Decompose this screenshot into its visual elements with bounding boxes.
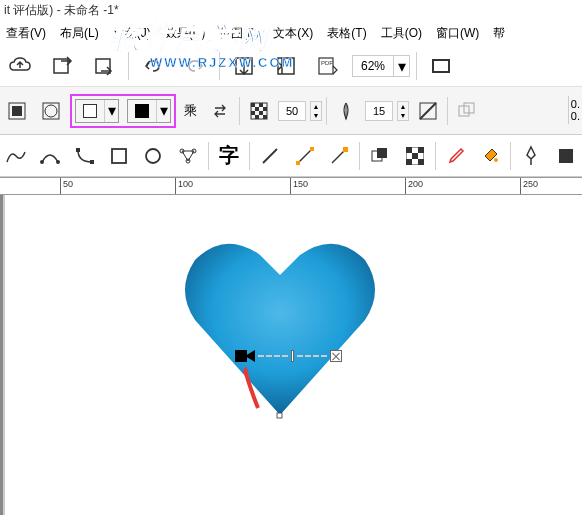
annotation-arrow-icon xyxy=(238,363,268,413)
gradient-control[interactable] xyxy=(235,350,342,362)
svg-point-11 xyxy=(45,105,57,117)
opacity-spinner[interactable]: ▲▼ xyxy=(310,101,322,121)
svg-rect-36 xyxy=(296,161,300,165)
edge-icon[interactable] xyxy=(413,96,443,126)
menu-text[interactable]: 文本(X) xyxy=(267,23,319,44)
feather-spinner[interactable]: ▲▼ xyxy=(397,101,409,121)
fullscreen-icon[interactable] xyxy=(423,50,459,82)
svg-rect-27 xyxy=(76,148,80,152)
blend-mode-select[interactable]: 乘 xyxy=(180,100,201,122)
heart-shape[interactable] xyxy=(180,235,380,425)
text-tool-icon[interactable]: 字 xyxy=(215,141,243,171)
spinner-down-icon[interactable]: ▼ xyxy=(311,111,321,120)
eyedropper-icon[interactable] xyxy=(442,141,470,171)
bezier-icon[interactable] xyxy=(36,141,64,171)
fill-swatch-icon[interactable] xyxy=(552,141,580,171)
spinner-down-icon[interactable]: ▼ xyxy=(398,111,408,120)
undo-icon[interactable] xyxy=(135,50,171,82)
menu-layout[interactable]: 布局(L) xyxy=(54,23,105,44)
canvas-area[interactable] xyxy=(0,195,582,515)
percent-readout: 0. 0. xyxy=(568,96,582,124)
svg-rect-13 xyxy=(251,103,255,107)
menu-effect[interactable]: 效果(C) xyxy=(159,23,212,44)
fill-color-dropdown-icon[interactable]: ▾ xyxy=(104,100,118,122)
import-icon[interactable] xyxy=(44,50,80,82)
gradient-track[interactable] xyxy=(297,355,327,357)
svg-text:PDF: PDF xyxy=(321,60,333,66)
svg-point-48 xyxy=(494,158,498,162)
redo-icon[interactable] xyxy=(177,50,213,82)
gradient-end-handle[interactable] xyxy=(330,350,342,362)
copy-props-icon[interactable] xyxy=(452,96,482,126)
zoom-dropdown-icon[interactable]: ▾ xyxy=(393,56,409,76)
divider xyxy=(249,142,250,170)
svg-rect-18 xyxy=(259,111,263,115)
divider xyxy=(416,52,417,80)
menu-bar: 查看(V) 布局(L) 对象(J) 效果(C) 位图(B) 文本(X) 表格(T… xyxy=(0,21,582,46)
zoom-value[interactable]: 62% xyxy=(353,59,393,73)
outline-color-picker[interactable]: ▾ xyxy=(127,99,171,123)
shape-node-icon[interactable] xyxy=(71,141,99,171)
pdf-export-icon[interactable]: PDF xyxy=(310,50,346,82)
gradient-track[interactable] xyxy=(258,355,288,357)
menu-help[interactable]: 帮 xyxy=(487,23,511,44)
ruler-mark: 150 xyxy=(293,179,308,189)
opacity-input[interactable] xyxy=(278,101,306,121)
paint-bucket-icon[interactable] xyxy=(476,141,504,171)
divider xyxy=(219,52,220,80)
svg-rect-29 xyxy=(112,149,126,163)
svg-rect-16 xyxy=(263,107,267,111)
divider xyxy=(435,142,436,170)
line-tool-icon[interactable] xyxy=(256,141,284,171)
snap-icon[interactable] xyxy=(226,50,262,82)
transparency-icon[interactable] xyxy=(244,96,274,126)
zoom-level[interactable]: 62% ▾ xyxy=(352,55,410,77)
ruler-mark: 200 xyxy=(408,179,423,189)
fill-type-icon[interactable] xyxy=(2,96,32,126)
page-shadow xyxy=(3,195,5,515)
swap-icon[interactable] xyxy=(205,96,235,126)
menu-view[interactable]: 查看(V) xyxy=(0,23,52,44)
spinner-up-icon[interactable]: ▲ xyxy=(311,102,321,111)
connector-icon[interactable] xyxy=(291,141,319,171)
outline-color-dropdown-icon[interactable]: ▾ xyxy=(156,100,170,122)
export-icon[interactable] xyxy=(86,50,122,82)
divider xyxy=(510,142,511,170)
svg-rect-3 xyxy=(278,58,294,74)
menu-window[interactable]: 窗口(W) xyxy=(430,23,485,44)
rectangle-icon[interactable] xyxy=(105,141,133,171)
align-icon[interactable] xyxy=(268,50,304,82)
fill-color-picker[interactable]: ▾ xyxy=(75,99,119,123)
fill-color-white[interactable] xyxy=(76,100,104,122)
pen-outline-icon[interactable] xyxy=(517,141,545,171)
menu-tools[interactable]: 工具(O) xyxy=(375,23,428,44)
divider xyxy=(359,142,360,170)
gradient-type-icon[interactable] xyxy=(36,96,66,126)
dimension-icon[interactable] xyxy=(325,141,353,171)
transparency-grid-icon[interactable] xyxy=(400,141,428,171)
svg-rect-46 xyxy=(406,159,412,165)
effects-icon[interactable] xyxy=(366,141,394,171)
outline-color-black[interactable] xyxy=(128,100,156,122)
svg-rect-15 xyxy=(255,107,259,111)
spinner-up-icon[interactable]: ▲ xyxy=(398,102,408,111)
menu-object[interactable]: 对象(J) xyxy=(107,23,157,44)
ellipse-icon[interactable] xyxy=(139,141,167,171)
svg-rect-37 xyxy=(310,147,314,151)
polygon-node-icon[interactable] xyxy=(174,141,202,171)
gradient-arrow-icon xyxy=(245,350,255,362)
divider xyxy=(239,97,240,125)
menu-table[interactable]: 表格(T) xyxy=(321,23,372,44)
feather-icon[interactable] xyxy=(331,96,361,126)
feather-input[interactable] xyxy=(365,101,393,121)
svg-rect-14 xyxy=(259,103,263,107)
publish-cloud-icon[interactable] xyxy=(2,50,38,82)
divider xyxy=(326,97,327,125)
freehand-icon[interactable] xyxy=(2,141,30,171)
menu-bitmap[interactable]: 位图(B) xyxy=(213,23,265,44)
divider xyxy=(447,97,448,125)
gradient-mid-handle[interactable] xyxy=(291,350,294,362)
ruler-mark: 100 xyxy=(178,179,193,189)
ruler-mark: 250 xyxy=(523,179,538,189)
svg-rect-17 xyxy=(251,111,255,115)
